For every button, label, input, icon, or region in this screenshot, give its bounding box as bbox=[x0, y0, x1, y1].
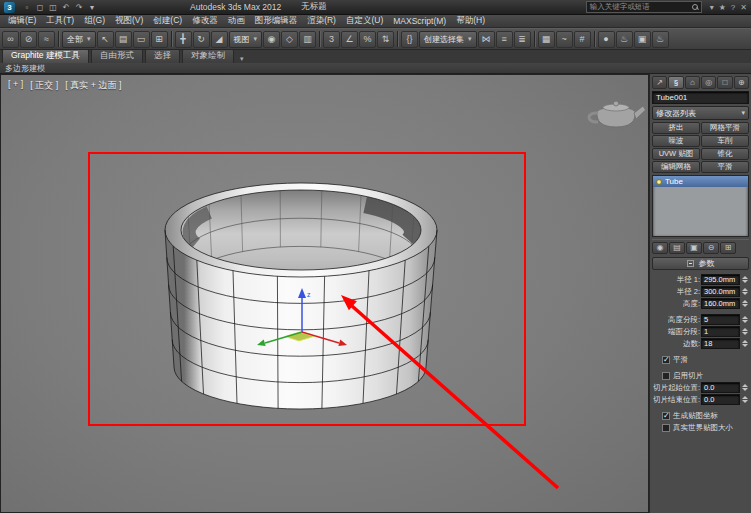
tab-object-paint[interactable]: 对象绘制 bbox=[182, 48, 234, 63]
viewport-pov-label[interactable]: [ 正交 ] bbox=[30, 79, 58, 92]
new-file-icon[interactable]: ▫ bbox=[21, 3, 33, 12]
viewport[interactable]: [ + ] [ 正交 ] [ 真实 + 边面 ] bbox=[0, 74, 649, 513]
search-input[interactable]: 输入关键字或短语 bbox=[586, 1, 702, 13]
smooth-checkbox[interactable] bbox=[662, 356, 670, 364]
radius2-spinner[interactable] bbox=[741, 287, 749, 297]
meshsmooth-button[interactable]: 网格平滑 bbox=[701, 122, 749, 134]
menu-modifiers[interactable]: 修改器 bbox=[187, 15, 223, 27]
viewport-menu-label[interactable]: [ + ] bbox=[8, 79, 23, 92]
radius2-input[interactable]: 300.0mm bbox=[701, 286, 740, 297]
select-and-scale-icon[interactable]: ◢ bbox=[211, 31, 228, 48]
lathe-button[interactable]: 车削 bbox=[701, 135, 749, 147]
menu-tools[interactable]: 工具(T) bbox=[41, 15, 79, 27]
modify-tab-icon[interactable]: § bbox=[668, 76, 683, 89]
height-spinner[interactable] bbox=[741, 299, 749, 309]
open-file-icon[interactable]: ◻ bbox=[34, 3, 46, 12]
selection-filter-dropdown[interactable]: 全部▾ bbox=[62, 31, 96, 48]
select-by-name-icon[interactable]: ▤ bbox=[115, 31, 132, 48]
slice-from-input[interactable]: 0.0 bbox=[701, 382, 740, 393]
keyboard-override-icon[interactable]: ▥ bbox=[299, 31, 316, 48]
modifier-stack[interactable]: Tube bbox=[652, 175, 749, 237]
utilities-tab-icon[interactable]: ⊕ bbox=[734, 76, 749, 89]
height-input[interactable]: 160.0mm bbox=[701, 298, 740, 309]
reference-coordinate-dropdown[interactable]: 视图▾ bbox=[229, 31, 263, 48]
favorites-icon[interactable]: ★ bbox=[719, 3, 726, 12]
app-logo-icon[interactable]: 3 bbox=[4, 2, 15, 13]
select-and-link-icon[interactable]: ∞ bbox=[2, 31, 19, 48]
spinner-snap-icon[interactable]: ⇅ bbox=[377, 31, 394, 48]
extrude-button[interactable]: 挤出 bbox=[652, 122, 700, 134]
graphite-ribbon-icon[interactable]: ▦ bbox=[538, 31, 555, 48]
height-segs-input[interactable]: 5 bbox=[701, 314, 740, 325]
workspace-dropdown-icon[interactable]: ▾ bbox=[86, 3, 98, 12]
select-and-rotate-icon[interactable]: ↻ bbox=[193, 31, 210, 48]
slice-on-checkbox[interactable] bbox=[662, 372, 670, 380]
make-unique-icon[interactable]: ▣ bbox=[686, 242, 702, 254]
save-file-icon[interactable]: ◫ bbox=[47, 3, 59, 12]
sides-spinner[interactable] bbox=[741, 339, 749, 349]
show-end-result-icon[interactable]: ▤ bbox=[669, 242, 685, 254]
display-tab-icon[interactable]: □ bbox=[717, 76, 732, 89]
pin-stack-icon[interactable]: ◉ bbox=[652, 242, 668, 254]
render-production-icon[interactable]: ♨ bbox=[652, 31, 669, 48]
parameters-rollout-header[interactable]: 参数 bbox=[652, 257, 749, 270]
menu-graph-editors[interactable]: 图形编辑器 bbox=[250, 15, 303, 27]
schematic-view-icon[interactable]: # bbox=[574, 31, 591, 48]
tab-graphite-modeling-tools[interactable]: Graphite 建模工具 bbox=[2, 48, 89, 63]
configure-modifier-sets-icon[interactable]: ⊞ bbox=[720, 242, 736, 254]
select-object-icon[interactable]: ↖ bbox=[97, 31, 114, 48]
redo-icon[interactable]: ↷ bbox=[73, 3, 85, 12]
unlink-selection-icon[interactable]: ⊘ bbox=[20, 31, 37, 48]
menu-customize[interactable]: 自定义(U) bbox=[341, 15, 388, 27]
radius1-spinner[interactable] bbox=[741, 275, 749, 285]
menu-create[interactable]: 创建(C) bbox=[148, 15, 187, 27]
percent-snap-icon[interactable]: % bbox=[359, 31, 376, 48]
menu-views[interactable]: 视图(V) bbox=[110, 15, 148, 27]
radius1-input[interactable]: 295.0mm bbox=[701, 274, 740, 285]
snaps-toggle-icon[interactable]: 3 bbox=[323, 31, 340, 48]
angle-snap-icon[interactable]: ∠ bbox=[341, 31, 358, 48]
select-and-move-icon[interactable]: ╋ bbox=[175, 31, 192, 48]
uvw-map-button[interactable]: UVW 贴图 bbox=[652, 148, 700, 160]
infocenter-dropdown-icon[interactable]: ▾ bbox=[710, 3, 714, 12]
cap-segs-input[interactable]: 1 bbox=[701, 326, 740, 337]
motion-tab-icon[interactable]: ◎ bbox=[701, 76, 716, 89]
undo-icon[interactable]: ↶ bbox=[60, 3, 72, 12]
sides-input[interactable]: 18 bbox=[701, 338, 740, 349]
slice-to-spinner[interactable] bbox=[741, 395, 749, 405]
slice-from-spinner[interactable] bbox=[741, 383, 749, 393]
help-icon[interactable]: ? bbox=[731, 3, 735, 12]
hierarchy-tab-icon[interactable]: ⌂ bbox=[685, 76, 700, 89]
menu-rendering[interactable]: 渲染(R) bbox=[302, 15, 341, 27]
render-setup-icon[interactable]: ♨ bbox=[616, 31, 633, 48]
real-world-map-size-checkbox[interactable] bbox=[662, 424, 670, 432]
create-tab-icon[interactable]: ↗ bbox=[652, 76, 667, 89]
menu-animation[interactable]: 动画 bbox=[223, 15, 250, 27]
rectangular-selection-icon[interactable]: ▭ bbox=[133, 31, 150, 48]
named-selection-dropdown[interactable]: 创建选择集▾ bbox=[419, 31, 477, 48]
menu-edit[interactable]: 编辑(E) bbox=[3, 15, 41, 27]
stack-item-tube[interactable]: Tube bbox=[653, 176, 748, 187]
menu-maxscript[interactable]: MAXScript(M) bbox=[388, 16, 451, 26]
rendered-frame-icon[interactable]: ▣ bbox=[634, 31, 651, 48]
curve-editor-icon[interactable]: ~ bbox=[556, 31, 573, 48]
material-editor-icon[interactable]: ● bbox=[598, 31, 615, 48]
noise-button[interactable]: 噪波 bbox=[652, 135, 700, 147]
cap-segs-spinner[interactable] bbox=[741, 327, 749, 337]
edit-named-sets-icon[interactable]: {} bbox=[401, 31, 418, 48]
height-segs-spinner[interactable] bbox=[741, 315, 749, 325]
align-icon[interactable]: ≡ bbox=[496, 31, 513, 48]
viewport-shading-label[interactable]: [ 真实 + 边面 ] bbox=[65, 79, 121, 92]
search-icon[interactable] bbox=[692, 4, 698, 10]
edit-mesh-button[interactable]: 编辑网格 bbox=[652, 161, 700, 173]
polygon-modeling-panel-label[interactable]: 多边形建模 bbox=[5, 63, 45, 74]
remove-modifier-icon[interactable]: ⊖ bbox=[703, 242, 719, 254]
slice-to-input[interactable]: 0.0 bbox=[701, 394, 740, 405]
smooth-button[interactable]: 平滑 bbox=[701, 161, 749, 173]
mirror-icon[interactable]: ⋈ bbox=[478, 31, 495, 48]
tab-selection[interactable]: 选择 bbox=[145, 48, 180, 63]
taper-button[interactable]: 锥化 bbox=[701, 148, 749, 160]
ribbon-collapse-icon[interactable]: ▾ bbox=[236, 55, 248, 63]
tab-freeform[interactable]: 自由形式 bbox=[91, 48, 143, 63]
lightbulb-icon[interactable] bbox=[656, 179, 662, 185]
